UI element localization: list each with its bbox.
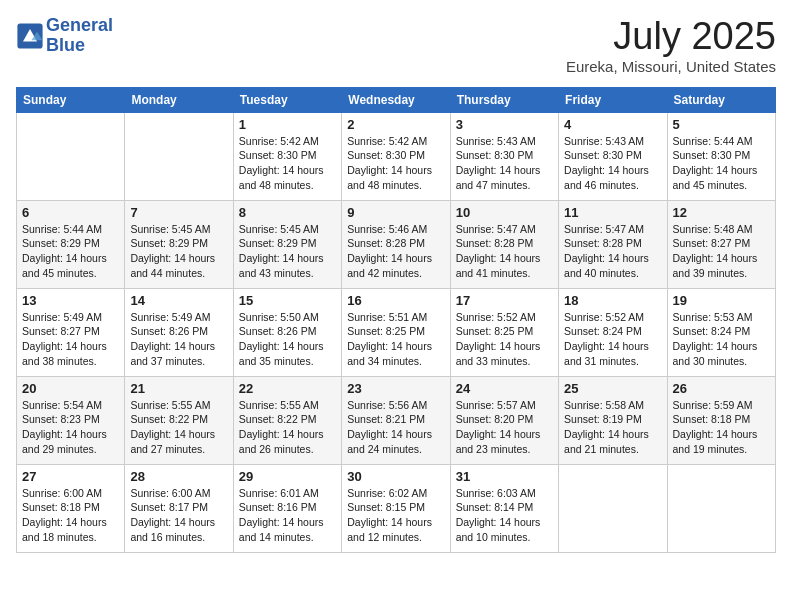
day-info: Sunrise: 5:44 AM Sunset: 8:30 PM Dayligh…	[673, 134, 770, 193]
day-info: Sunrise: 6:00 AM Sunset: 8:18 PM Dayligh…	[22, 486, 119, 545]
day-info: Sunrise: 5:51 AM Sunset: 8:25 PM Dayligh…	[347, 310, 444, 369]
calendar-cell	[667, 464, 775, 552]
day-info: Sunrise: 6:02 AM Sunset: 8:15 PM Dayligh…	[347, 486, 444, 545]
calendar-cell: 6Sunrise: 5:44 AM Sunset: 8:29 PM Daylig…	[17, 200, 125, 288]
day-info: Sunrise: 5:42 AM Sunset: 8:30 PM Dayligh…	[239, 134, 336, 193]
day-info: Sunrise: 5:47 AM Sunset: 8:28 PM Dayligh…	[564, 222, 661, 281]
day-number: 4	[564, 117, 661, 132]
day-number: 28	[130, 469, 227, 484]
day-number: 11	[564, 205, 661, 220]
calendar-cell: 19Sunrise: 5:53 AM Sunset: 8:24 PM Dayli…	[667, 288, 775, 376]
day-info: Sunrise: 5:49 AM Sunset: 8:26 PM Dayligh…	[130, 310, 227, 369]
calendar-cell: 29Sunrise: 6:01 AM Sunset: 8:16 PM Dayli…	[233, 464, 341, 552]
day-number: 6	[22, 205, 119, 220]
calendar-cell: 10Sunrise: 5:47 AM Sunset: 8:28 PM Dayli…	[450, 200, 558, 288]
col-header-wednesday: Wednesday	[342, 87, 450, 112]
logo-text: General Blue	[46, 16, 113, 56]
col-header-monday: Monday	[125, 87, 233, 112]
day-number: 22	[239, 381, 336, 396]
calendar-table: SundayMondayTuesdayWednesdayThursdayFrid…	[16, 87, 776, 553]
calendar-cell: 9Sunrise: 5:46 AM Sunset: 8:28 PM Daylig…	[342, 200, 450, 288]
calendar-cell: 27Sunrise: 6:00 AM Sunset: 8:18 PM Dayli…	[17, 464, 125, 552]
logo: General Blue	[16, 16, 113, 56]
day-info: Sunrise: 5:56 AM Sunset: 8:21 PM Dayligh…	[347, 398, 444, 457]
day-info: Sunrise: 5:46 AM Sunset: 8:28 PM Dayligh…	[347, 222, 444, 281]
col-header-friday: Friday	[559, 87, 667, 112]
day-info: Sunrise: 5:58 AM Sunset: 8:19 PM Dayligh…	[564, 398, 661, 457]
calendar-cell: 17Sunrise: 5:52 AM Sunset: 8:25 PM Dayli…	[450, 288, 558, 376]
page-header: General Blue July 2025 Eureka, Missouri,…	[16, 16, 776, 75]
day-number: 12	[673, 205, 770, 220]
day-number: 24	[456, 381, 553, 396]
calendar-cell	[559, 464, 667, 552]
month-title: July 2025	[566, 16, 776, 58]
day-number: 26	[673, 381, 770, 396]
calendar-cell: 7Sunrise: 5:45 AM Sunset: 8:29 PM Daylig…	[125, 200, 233, 288]
day-number: 25	[564, 381, 661, 396]
day-number: 1	[239, 117, 336, 132]
calendar-cell: 12Sunrise: 5:48 AM Sunset: 8:27 PM Dayli…	[667, 200, 775, 288]
day-info: Sunrise: 5:45 AM Sunset: 8:29 PM Dayligh…	[239, 222, 336, 281]
location: Eureka, Missouri, United States	[566, 58, 776, 75]
day-info: Sunrise: 5:47 AM Sunset: 8:28 PM Dayligh…	[456, 222, 553, 281]
day-number: 23	[347, 381, 444, 396]
calendar-cell: 23Sunrise: 5:56 AM Sunset: 8:21 PM Dayli…	[342, 376, 450, 464]
calendar-cell: 22Sunrise: 5:55 AM Sunset: 8:22 PM Dayli…	[233, 376, 341, 464]
calendar-cell: 1Sunrise: 5:42 AM Sunset: 8:30 PM Daylig…	[233, 112, 341, 200]
calendar-cell: 31Sunrise: 6:03 AM Sunset: 8:14 PM Dayli…	[450, 464, 558, 552]
day-info: Sunrise: 5:43 AM Sunset: 8:30 PM Dayligh…	[456, 134, 553, 193]
day-info: Sunrise: 5:57 AM Sunset: 8:20 PM Dayligh…	[456, 398, 553, 457]
day-info: Sunrise: 5:54 AM Sunset: 8:23 PM Dayligh…	[22, 398, 119, 457]
logo-icon	[16, 22, 44, 50]
day-info: Sunrise: 6:03 AM Sunset: 8:14 PM Dayligh…	[456, 486, 553, 545]
day-info: Sunrise: 5:49 AM Sunset: 8:27 PM Dayligh…	[22, 310, 119, 369]
day-info: Sunrise: 5:53 AM Sunset: 8:24 PM Dayligh…	[673, 310, 770, 369]
day-info: Sunrise: 5:52 AM Sunset: 8:24 PM Dayligh…	[564, 310, 661, 369]
calendar-cell: 18Sunrise: 5:52 AM Sunset: 8:24 PM Dayli…	[559, 288, 667, 376]
day-info: Sunrise: 5:50 AM Sunset: 8:26 PM Dayligh…	[239, 310, 336, 369]
day-number: 3	[456, 117, 553, 132]
calendar-cell: 16Sunrise: 5:51 AM Sunset: 8:25 PM Dayli…	[342, 288, 450, 376]
calendar-cell: 15Sunrise: 5:50 AM Sunset: 8:26 PM Dayli…	[233, 288, 341, 376]
day-number: 18	[564, 293, 661, 308]
calendar-cell: 28Sunrise: 6:00 AM Sunset: 8:17 PM Dayli…	[125, 464, 233, 552]
day-number: 8	[239, 205, 336, 220]
day-number: 5	[673, 117, 770, 132]
col-header-saturday: Saturday	[667, 87, 775, 112]
day-info: Sunrise: 5:48 AM Sunset: 8:27 PM Dayligh…	[673, 222, 770, 281]
day-info: Sunrise: 5:44 AM Sunset: 8:29 PM Dayligh…	[22, 222, 119, 281]
day-info: Sunrise: 5:55 AM Sunset: 8:22 PM Dayligh…	[130, 398, 227, 457]
day-info: Sunrise: 5:45 AM Sunset: 8:29 PM Dayligh…	[130, 222, 227, 281]
day-info: Sunrise: 5:42 AM Sunset: 8:30 PM Dayligh…	[347, 134, 444, 193]
title-block: July 2025 Eureka, Missouri, United State…	[566, 16, 776, 75]
day-number: 29	[239, 469, 336, 484]
day-number: 16	[347, 293, 444, 308]
day-number: 17	[456, 293, 553, 308]
day-number: 27	[22, 469, 119, 484]
calendar-cell: 14Sunrise: 5:49 AM Sunset: 8:26 PM Dayli…	[125, 288, 233, 376]
day-info: Sunrise: 5:43 AM Sunset: 8:30 PM Dayligh…	[564, 134, 661, 193]
calendar-cell: 25Sunrise: 5:58 AM Sunset: 8:19 PM Dayli…	[559, 376, 667, 464]
calendar-cell: 11Sunrise: 5:47 AM Sunset: 8:28 PM Dayli…	[559, 200, 667, 288]
calendar-cell	[17, 112, 125, 200]
day-number: 21	[130, 381, 227, 396]
day-number: 10	[456, 205, 553, 220]
calendar-cell: 26Sunrise: 5:59 AM Sunset: 8:18 PM Dayli…	[667, 376, 775, 464]
day-number: 14	[130, 293, 227, 308]
calendar-cell: 3Sunrise: 5:43 AM Sunset: 8:30 PM Daylig…	[450, 112, 558, 200]
col-header-tuesday: Tuesday	[233, 87, 341, 112]
calendar-cell: 20Sunrise: 5:54 AM Sunset: 8:23 PM Dayli…	[17, 376, 125, 464]
day-number: 2	[347, 117, 444, 132]
day-number: 7	[130, 205, 227, 220]
day-number: 13	[22, 293, 119, 308]
day-number: 20	[22, 381, 119, 396]
day-info: Sunrise: 5:55 AM Sunset: 8:22 PM Dayligh…	[239, 398, 336, 457]
calendar-cell: 5Sunrise: 5:44 AM Sunset: 8:30 PM Daylig…	[667, 112, 775, 200]
calendar-cell: 8Sunrise: 5:45 AM Sunset: 8:29 PM Daylig…	[233, 200, 341, 288]
day-number: 31	[456, 469, 553, 484]
day-number: 30	[347, 469, 444, 484]
day-info: Sunrise: 6:00 AM Sunset: 8:17 PM Dayligh…	[130, 486, 227, 545]
calendar-cell: 24Sunrise: 5:57 AM Sunset: 8:20 PM Dayli…	[450, 376, 558, 464]
day-info: Sunrise: 5:59 AM Sunset: 8:18 PM Dayligh…	[673, 398, 770, 457]
day-info: Sunrise: 5:52 AM Sunset: 8:25 PM Dayligh…	[456, 310, 553, 369]
